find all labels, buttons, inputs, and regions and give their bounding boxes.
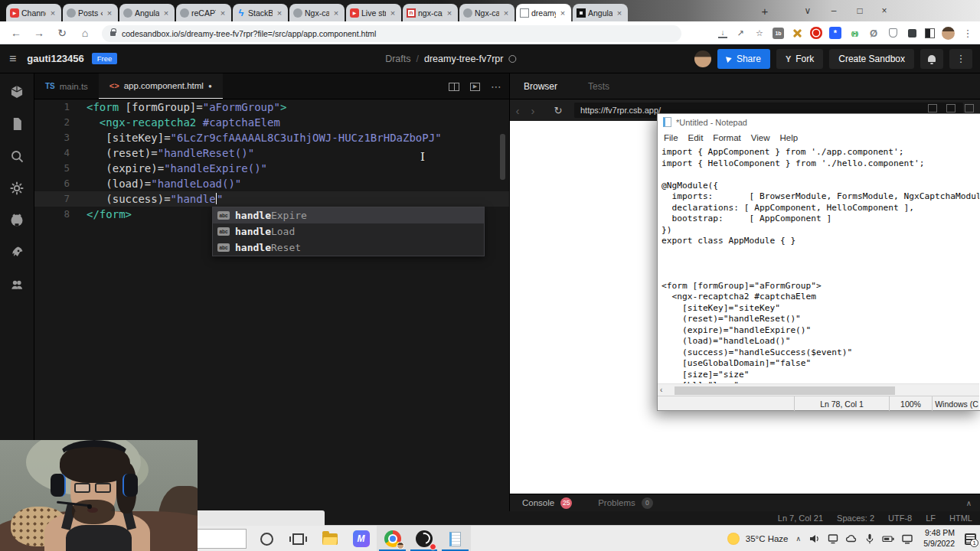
window-minimize-button[interactable]: –	[822, 0, 845, 21]
preview-responsive-icon[interactable]	[965, 104, 974, 112]
search-icon[interactable]	[9, 148, 24, 164]
tab-close-icon[interactable]: ×	[558, 8, 567, 18]
breadcrumb-drafts[interactable]: Drafts	[385, 54, 410, 64]
new-tab-button[interactable]: +	[755, 3, 775, 20]
code-area[interactable]: 1<form [formGroup]="aFormGroup"> 2 <ngx-…	[34, 99, 509, 222]
browser-tab-active[interactable]: dreamy-t×	[516, 4, 571, 21]
editor-tab-main-ts[interactable]: TS main.ts	[34, 73, 99, 99]
autocomplete-item-selected[interactable]: abchandleExpire	[213, 207, 484, 223]
tab-close-icon[interactable]: ×	[332, 8, 341, 18]
notepad-title-bar[interactable]: *Untitled - Notepad	[658, 114, 980, 130]
status-cursor-position[interactable]: Ln 7, Col 21	[778, 514, 823, 523]
notepad-menu-help[interactable]: Help	[780, 133, 799, 142]
preview-forward-icon[interactable]: ›	[525, 104, 541, 117]
menu-hamburger-icon[interactable]: ≡	[9, 52, 16, 66]
action-center-icon[interactable]: 1	[965, 533, 976, 545]
editor-more-icon[interactable]: ⋯	[491, 80, 501, 93]
tray-expand-icon[interactable]: ∧	[796, 535, 802, 543]
microphone-icon[interactable]	[864, 533, 876, 545]
status-indentation[interactable]: Spaces: 2	[837, 514, 874, 523]
install-icon[interactable]: ↓	[718, 28, 727, 38]
tab-close-icon[interactable]: ×	[162, 8, 171, 18]
tab-close-icon[interactable]: ×	[501, 8, 511, 18]
browser-tab[interactable]: ▶Live strea×	[346, 4, 401, 21]
reload-icon[interactable]: ↻	[52, 21, 72, 44]
tab-close-icon[interactable]: ×	[48, 8, 57, 18]
network-icon[interactable]	[901, 533, 913, 545]
weather-sun-icon[interactable]	[727, 533, 740, 545]
address-bar[interactable]: codesandbox.io/s/dreamy-tree-fv7rpr?file…	[102, 25, 681, 42]
obs-taskbar-button[interactable]	[408, 526, 439, 551]
chrome-taskbar-button[interactable]	[377, 526, 408, 551]
battery-icon[interactable]	[882, 533, 895, 545]
problems-toggle[interactable]: Problems	[598, 498, 635, 507]
tab-close-icon[interactable]: ×	[445, 8, 454, 18]
extension-1b-icon[interactable]: 1b	[773, 28, 784, 39]
preview-tab-tests[interactable]: Tests	[588, 81, 609, 92]
user-avatar[interactable]	[694, 51, 711, 67]
weather-text[interactable]: 35°C Haze	[746, 534, 789, 543]
window-maximize-button[interactable]: □	[848, 0, 871, 21]
extensions-puzzle-icon[interactable]	[908, 29, 916, 37]
tools-extension-icon[interactable]	[791, 27, 803, 39]
autocomplete-item[interactable]: abchandleReset	[213, 240, 484, 256]
browser-tab[interactable]: Angular×	[573, 4, 628, 21]
sandbox-cube-icon[interactable]	[9, 84, 24, 99]
notepad-text-area[interactable]: import { AppComponent } from './app.comp…	[658, 145, 979, 385]
status-encoding[interactable]: UTF-8	[888, 514, 912, 523]
shield-extension-icon[interactable]	[889, 28, 897, 37]
file-explorer-button[interactable]	[314, 526, 345, 551]
notepad-menu-format[interactable]: Format	[713, 133, 740, 142]
blocked-extension-icon[interactable]: Ø	[867, 27, 880, 39]
notepad-menu-edit[interactable]: Edit	[688, 133, 704, 142]
volume-icon[interactable]	[808, 533, 821, 545]
browser-tab[interactable]: ▶Channel×	[6, 4, 61, 21]
preview-settings-icon[interactable]	[928, 104, 937, 112]
console-expand-icon[interactable]: ∧	[966, 499, 972, 507]
tab-close-icon[interactable]: ×	[388, 8, 397, 18]
preview-refresh-icon[interactable]: ↻	[548, 105, 568, 116]
tab-close-icon[interactable]: ×	[615, 8, 624, 18]
blue-extension-icon[interactable]: *	[829, 27, 841, 39]
broadcast-extension-icon[interactable]: ((•))	[848, 27, 861, 39]
fork-button[interactable]: YFork	[776, 49, 823, 69]
browser-menu-icon[interactable]: ⋮	[962, 27, 974, 39]
share-button[interactable]: Share	[717, 49, 770, 69]
forward-icon[interactable]: →	[29, 21, 49, 44]
preview-new-window-icon[interactable]	[946, 104, 956, 112]
open-preview-icon[interactable]: ▶	[470, 83, 480, 91]
editor-scrollbar[interactable]	[500, 134, 505, 180]
share-icon[interactable]: ↗	[734, 27, 746, 39]
browser-tab[interactable]: Angular×	[119, 4, 175, 21]
browser-tab[interactable]: Ngx-cap×	[289, 4, 345, 21]
notepad-taskbar-button[interactable]	[439, 526, 471, 551]
browser-tab[interactable]: Ngx-capt×	[459, 4, 514, 21]
window-close-button[interactable]: ×	[873, 0, 896, 21]
console-toggle[interactable]: Console	[522, 498, 554, 507]
browser-tab[interactable]: reCAPTC×	[176, 4, 231, 21]
cast-icon[interactable]	[827, 533, 839, 545]
onedrive-cloud-icon[interactable]	[845, 533, 858, 545]
task-view-button[interactable]	[283, 526, 314, 551]
collaborators-icon[interactable]	[9, 277, 24, 292]
settings-gear-icon[interactable]	[9, 181, 24, 196]
browser-tab[interactable]: ϟStackBlitz×	[233, 4, 288, 21]
create-sandbox-button[interactable]: Create Sandbox	[829, 49, 914, 69]
taskbar-clock[interactable]: 9:48 PM 5/9/2022	[923, 528, 955, 549]
cortana-button[interactable]	[251, 526, 283, 551]
header-menu-button[interactable]: ⋮	[949, 49, 972, 69]
dark-reader-extension-icon[interactable]	[925, 28, 935, 38]
autocomplete-item[interactable]: abchandleLoad	[213, 223, 484, 240]
browser-tab[interactable]: nngx-capt×	[403, 4, 458, 21]
preview-back-icon[interactable]: ‹	[510, 104, 525, 117]
browser-profile-avatar[interactable]	[942, 27, 955, 40]
status-language[interactable]: HTML	[949, 514, 972, 523]
deploy-rocket-icon[interactable]	[9, 245, 24, 260]
scroll-left-icon[interactable]: ‹	[660, 386, 662, 394]
tab-search-chevron-icon[interactable]: ∨	[796, 0, 819, 21]
tab-close-icon[interactable]: ×	[105, 8, 114, 18]
preview-tab-browser[interactable]: Browser	[524, 81, 557, 92]
split-editor-icon[interactable]	[449, 83, 459, 91]
browser-tab[interactable]: Posts ‹ Co×	[63, 4, 118, 21]
github-icon[interactable]	[9, 213, 24, 228]
